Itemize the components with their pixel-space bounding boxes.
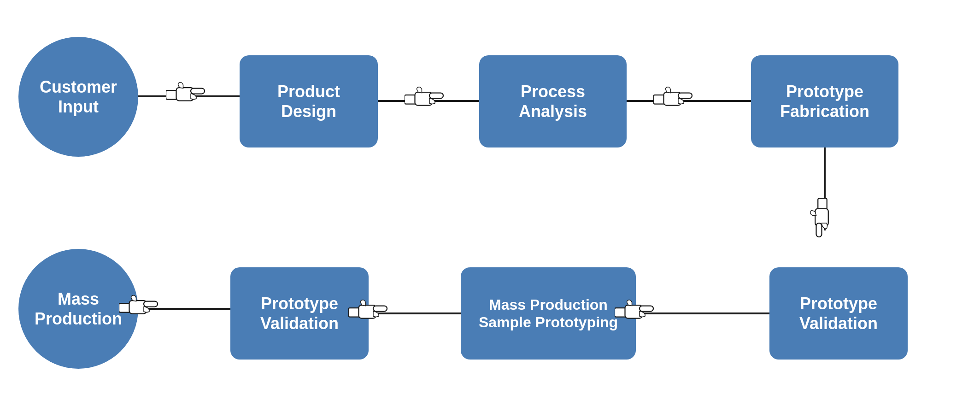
prototype-validation-left-node: Prototype Validation [230, 267, 369, 360]
arrow-hand-5 [348, 296, 390, 330]
svg-rect-5 [429, 93, 443, 99]
mass-production-sample-node: Mass Production Sample Prototyping [461, 267, 636, 360]
prototype-fabrication-node: Prototype Fabrication [751, 55, 898, 147]
svg-rect-2 [191, 88, 205, 94]
arrow-hand-4 [119, 291, 160, 325]
svg-rect-8 [678, 93, 692, 99]
arrow-hand-1 [166, 78, 207, 112]
process-diagram: Customer Input Product Design [0, 0, 980, 401]
svg-rect-11 [816, 223, 822, 237]
arrow-hand-2 [405, 83, 446, 117]
svg-rect-20 [640, 306, 653, 312]
svg-rect-17 [373, 306, 387, 312]
product-design-node: Product Design [240, 55, 378, 147]
svg-rect-14 [144, 301, 158, 307]
arrow-hand-6 [615, 296, 656, 330]
arrow-hand-3 [653, 83, 695, 117]
arrow-hand-down [806, 198, 839, 242]
process-analysis-node: Process Analysis [479, 55, 627, 147]
customer-input-node: Customer Input [18, 37, 138, 157]
prototype-validation-right-node: Prototype Validation [769, 267, 908, 360]
